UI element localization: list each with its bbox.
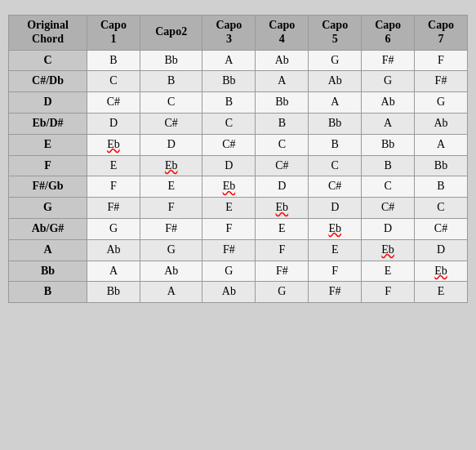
table-cell: D (415, 239, 468, 261)
table-cell: C (140, 92, 202, 114)
table-cell: C (256, 134, 309, 155)
table-cell: G (256, 282, 309, 303)
table-cell: F# (362, 50, 415, 71)
table-cell: D (202, 155, 256, 176)
table-cell: F# (87, 198, 140, 219)
header-row: OriginalChordCapo1Capo2Capo3Capo4Capo5Ca… (9, 16, 468, 51)
table-cell: C# (87, 92, 140, 114)
table-cell: Bb (415, 155, 468, 176)
table-cell: F (415, 50, 468, 71)
table-cell: Ab/G# (9, 218, 87, 239)
table-cell: B (362, 155, 415, 176)
table-cell: F# (309, 282, 362, 303)
table-cell: Bb (202, 71, 256, 92)
table-cell: C# (256, 155, 309, 176)
table-cell: A (362, 113, 415, 134)
table-cell: F (362, 282, 415, 303)
table-cell: E (362, 261, 415, 282)
table-row: CBBbAAbGF#F (9, 50, 468, 71)
table-cell: A (202, 50, 256, 71)
table-cell: Bb (256, 92, 309, 114)
table-cell: A (415, 134, 468, 155)
table-cell: G (9, 198, 87, 219)
table-cell: F (140, 198, 202, 219)
table-cell: A (309, 92, 362, 114)
table-cell: G (87, 218, 140, 239)
table-cell: B (87, 50, 140, 71)
table-cell: D (9, 92, 87, 114)
table-cell: E (256, 218, 309, 239)
table-cell: Ab (256, 50, 309, 71)
table-cell: F (9, 155, 87, 176)
table-cell: G (140, 239, 202, 261)
table-cell: C (362, 176, 415, 198)
table-cell: Eb (87, 134, 140, 155)
table-cell: Eb (415, 261, 468, 282)
table-cell: C (87, 71, 140, 92)
header-cell-3: Capo3 (202, 16, 256, 51)
table-cell: Eb (362, 239, 415, 261)
table-cell: G (202, 261, 256, 282)
table-row: BBbAAbGF#FE (9, 282, 468, 303)
transposition-table: OriginalChordCapo1Capo2Capo3Capo4Capo5Ca… (8, 15, 468, 303)
table-cell: A (256, 71, 309, 92)
table-cell: B (140, 71, 202, 92)
table-cell: A (87, 261, 140, 282)
table-header: OriginalChordCapo1Capo2Capo3Capo4Capo5Ca… (9, 16, 468, 51)
table-cell: D (140, 134, 202, 155)
table-cell: Bb (87, 282, 140, 303)
header-cell-7: Capo7 (415, 16, 468, 51)
table-cell: C#/Db (9, 71, 87, 92)
table-cell: Bb (9, 261, 87, 282)
table-cell: B (202, 92, 256, 114)
table-row: Eb/D#DC#CBBbAAb (9, 113, 468, 134)
table-cell: D (309, 198, 362, 219)
table-cell: C (309, 155, 362, 176)
table-cell: Ab (202, 282, 256, 303)
table-cell: Ab (309, 71, 362, 92)
table-cell: Ab (415, 113, 468, 134)
table-row: C#/DbCBBbAAbGF# (9, 71, 468, 92)
table-row: AAbGF#FEEbD (9, 239, 468, 261)
table-cell: B (256, 113, 309, 134)
table-cell: F (202, 218, 256, 239)
table-cell: Eb (256, 198, 309, 219)
table-row: BbAAbGF#FEEb (9, 261, 468, 282)
header-cell-6: Capo6 (362, 16, 415, 51)
table-cell: C# (140, 113, 202, 134)
table-cell: A (140, 282, 202, 303)
table-cell: E (202, 198, 256, 219)
table-cell: C# (202, 134, 256, 155)
table-cell: F (87, 176, 140, 198)
table-cell: C# (415, 218, 468, 239)
header-cell-0: OriginalChord (9, 16, 87, 51)
table-cell: E (87, 155, 140, 176)
table-cell: D (362, 218, 415, 239)
table-cell: E (140, 176, 202, 198)
table-cell: Bb (362, 134, 415, 155)
table-row: EEbDC#CBBbA (9, 134, 468, 155)
table-cell: B (415, 176, 468, 198)
table-cell: F# (415, 71, 468, 92)
table-cell: Ab (87, 239, 140, 261)
table-cell: E (415, 282, 468, 303)
table-cell: C# (362, 198, 415, 219)
table-cell: C# (309, 176, 362, 198)
header-cell-4: Capo4 (256, 16, 309, 51)
table-row: F#/GbFEEbDC#CB (9, 176, 468, 198)
table-cell: F#/Gb (9, 176, 87, 198)
table-cell: C (415, 198, 468, 219)
header-cell-5: Capo5 (309, 16, 362, 51)
table-cell: F# (140, 218, 202, 239)
table-cell: Bb (140, 50, 202, 71)
table-cell: B (309, 134, 362, 155)
header-cell-2: Capo2 (140, 16, 202, 51)
table-cell: D (87, 113, 140, 134)
table-cell: Bb (309, 113, 362, 134)
table-cell: E (9, 134, 87, 155)
table-cell: C (202, 113, 256, 134)
table-row: Ab/G#GF#FEEbDC# (9, 218, 468, 239)
table-body: CBBbAAbGF#FC#/DbCBBbAAbGF#DC#CBBbAAbGEb/… (9, 50, 468, 303)
table-cell: Eb/D# (9, 113, 87, 134)
table-cell: F (309, 261, 362, 282)
